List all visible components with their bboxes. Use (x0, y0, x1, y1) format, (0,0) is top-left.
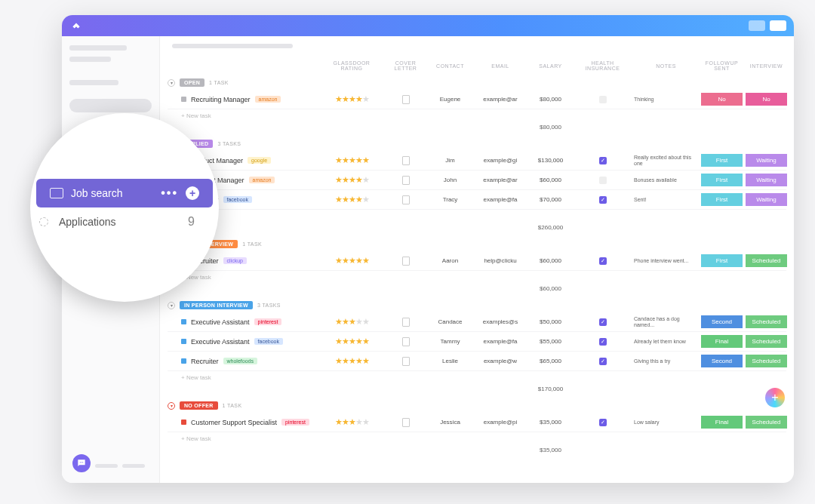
document-icon[interactable] (402, 318, 410, 327)
contact-name: Jessica (429, 419, 471, 426)
sidebar-item-applications[interactable]: Applications 9 (30, 207, 219, 236)
task-row[interactable]: Recruiter facebook ★★★★★ Tracy example@f… (168, 190, 786, 210)
document-icon[interactable] (402, 418, 410, 427)
task-row[interactable]: Recruiting Manager amazon ★★★★★ Eugene e… (168, 90, 786, 109)
new-task-button[interactable]: + New task (168, 271, 786, 284)
checkbox[interactable]: ✓ (599, 196, 607, 204)
document-icon[interactable] (402, 95, 410, 104)
task-row[interactable]: Executive Assistant pinterest ★★★★★ Cand… (168, 312, 786, 332)
document-icon[interactable] (402, 195, 410, 204)
new-task-button[interactable]: + New task (168, 210, 786, 223)
followup-pill[interactable]: Final (701, 416, 743, 429)
chevron-down-icon[interactable]: ▾ (168, 302, 175, 309)
contact-email: help@clicku (474, 257, 527, 264)
svg-point-2 (82, 462, 83, 463)
chevron-down-icon[interactable]: ▾ (168, 79, 175, 87)
followup-pill[interactable]: First (701, 254, 743, 267)
status-tag[interactable]: IN PERSON INTERVIEW (180, 301, 253, 309)
add-fab-icon[interactable]: + (765, 388, 785, 407)
company-tag[interactable]: facebook (254, 338, 283, 345)
document-icon[interactable] (402, 357, 410, 366)
task-row[interactable]: Executive Assistant facebook ★★★★★ Tammy… (168, 332, 786, 352)
new-task-button[interactable]: + New task (168, 432, 786, 445)
contact-name: John (429, 177, 471, 183)
new-task-button[interactable]: + New task (168, 371, 786, 384)
task-row[interactable]: Customer Support Specialist pinterest ★★… (168, 413, 786, 432)
col-health: HEALTH INSURANCE (574, 60, 631, 71)
new-task-button[interactable]: + New task (168, 109, 786, 122)
followup-pill[interactable]: Second (701, 355, 743, 367)
col-followup: FOLLOWUP SENT (701, 60, 743, 71)
checkbox[interactable]: ✓ (599, 358, 607, 365)
task-row[interactable]: Recruiter clickup ★★★★★ Aaron help@click… (168, 251, 786, 271)
task-row[interactable]: Product Manager google ★★★★★ Jim example… (168, 151, 786, 171)
interview-pill[interactable]: Scheduled (746, 335, 787, 348)
checkbox[interactable] (599, 96, 607, 103)
interview-pill[interactable]: Scheduled (746, 416, 787, 429)
add-list-icon[interactable]: + (186, 186, 199, 200)
checkbox[interactable]: ✓ (599, 419, 607, 426)
checkbox[interactable]: ✓ (599, 338, 607, 346)
chevron-down-icon[interactable]: ▾ (168, 402, 175, 410)
company-tag[interactable]: pinterest (254, 318, 282, 325)
interview-pill[interactable]: Waiting (746, 154, 787, 167)
notes-text: Low salary (634, 419, 698, 426)
followup-pill[interactable]: First (701, 154, 743, 167)
followup-pill[interactable]: No (701, 93, 743, 106)
chat-fab-icon[interactable] (72, 454, 91, 472)
task-title: Customer Support Specialist (191, 419, 277, 426)
company-tag[interactable]: wholefoods (223, 358, 257, 364)
interview-pill[interactable]: No (746, 93, 787, 106)
interview-pill[interactable]: Scheduled (746, 254, 787, 267)
sidebar-item-job-search[interactable]: Job search ••• + (36, 179, 213, 207)
document-icon[interactable] (402, 156, 410, 165)
company-tag[interactable]: pinterest (281, 419, 309, 426)
followup-pill[interactable]: First (701, 193, 743, 206)
followup-pill[interactable]: Second (701, 315, 743, 328)
interview-pill[interactable]: Scheduled (746, 315, 787, 328)
task-row[interactable]: Recruiter wholefoods ★★★★★ Leslie exampl… (168, 352, 786, 371)
rating-stars: ★★★★★ (321, 337, 382, 346)
salary: $55,000 (530, 338, 571, 345)
notes-text: Phone interview went... (634, 258, 698, 264)
salary: $60,000 (530, 257, 571, 264)
document-icon[interactable] (402, 176, 410, 185)
document-icon[interactable] (402, 337, 410, 346)
contact-email: example@fa (474, 338, 527, 345)
contact-name: Aaron (429, 257, 471, 264)
col-email: EMAIL (474, 63, 527, 69)
interview-pill[interactable]: Scheduled (746, 355, 787, 367)
contact-name: Tammy (429, 338, 471, 345)
company-tag[interactable]: facebook (223, 196, 252, 203)
status-tag[interactable]: OPEN (180, 78, 205, 87)
checkbox[interactable] (599, 177, 607, 184)
checkbox[interactable]: ✓ (599, 257, 607, 265)
window-controls[interactable] (749, 20, 786, 31)
status-tag[interactable]: NO OFFER (180, 401, 218, 410)
contact-email: example@w (474, 358, 527, 364)
salary: $65,000 (530, 358, 571, 364)
col-interview: INTERVIEW (746, 63, 787, 69)
company-tag[interactable]: amazon (255, 96, 281, 103)
more-icon[interactable]: ••• (161, 186, 178, 200)
followup-pill[interactable]: Final (701, 335, 743, 348)
checkbox[interactable]: ✓ (599, 157, 607, 164)
followup-pill[interactable]: First (701, 174, 743, 186)
column-headers: GLASSDOOR RATING COVER LETTER CONTACT EM… (168, 60, 786, 71)
interview-pill[interactable]: Waiting (746, 193, 787, 206)
task-row[interactable]: Account Manager amazon ★★★★★ John exampl… (168, 171, 786, 190)
task-list: GLASSDOOR RATING COVER LETTER CONTACT EM… (160, 60, 794, 483)
company-tag[interactable]: clickup (223, 257, 247, 264)
checkbox[interactable]: ✓ (599, 318, 607, 326)
contact-email: example@ar (474, 96, 527, 103)
interview-pill[interactable]: Waiting (746, 174, 787, 186)
notes-text: Candace has a dog named... (634, 316, 698, 327)
company-tag[interactable]: amazon (249, 177, 275, 183)
main-content: GLASSDOOR RATING COVER LETTER CONTACT EM… (160, 36, 794, 483)
company-tag[interactable]: google (248, 157, 271, 164)
document-icon[interactable] (402, 257, 410, 266)
contact-email: example@fa (474, 196, 527, 203)
salary: $50,000 (530, 318, 571, 325)
titlebar (62, 15, 794, 36)
notes-text: Giving this a try (634, 358, 698, 364)
